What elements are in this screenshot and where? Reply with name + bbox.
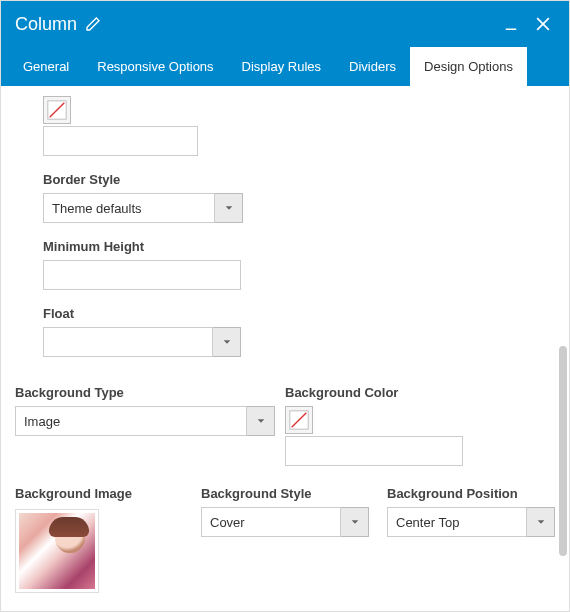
minimum-height-input[interactable]	[43, 260, 241, 290]
label-background-color: Background Color	[285, 385, 535, 400]
content-area: Border Style Theme defaults Minimum Heig…	[1, 86, 569, 611]
label-background-style: Background Style	[201, 486, 369, 501]
tabbar: General Responsive Options Display Rules…	[1, 47, 569, 86]
col-bg-color: Background Color	[285, 385, 555, 466]
background-position-select[interactable]: Center Top	[387, 507, 555, 537]
tab-design-options[interactable]: Design Options	[410, 47, 527, 86]
label-float: Float	[43, 306, 555, 321]
background-type-select[interactable]: Image	[15, 406, 275, 436]
column-settings-modal: Column General Responsive Options Displa…	[0, 0, 570, 612]
chevron-down-icon[interactable]	[213, 327, 241, 357]
background-position-value: Center Top	[387, 507, 527, 537]
edit-title-icon[interactable]	[85, 16, 101, 32]
chevron-down-icon[interactable]	[247, 406, 275, 436]
background-style-select[interactable]: Cover	[201, 507, 369, 537]
col-bg-image: Background Image	[15, 486, 201, 596]
background-row: Background Type Image Background Color	[15, 385, 555, 466]
border-style-value: Theme defaults	[43, 193, 215, 223]
bg-color-swatch[interactable]	[285, 406, 313, 434]
color-swatch-none[interactable]	[43, 96, 71, 124]
tab-display-rules[interactable]: Display Rules	[228, 47, 335, 86]
window-title-text: Column	[15, 14, 77, 35]
float-value	[43, 327, 213, 357]
col-bg-style: Background Style Cover	[201, 486, 387, 596]
float-select[interactable]	[43, 327, 241, 357]
background-detail-row: Background Image Background Style Cover …	[15, 486, 555, 596]
tab-general[interactable]: General	[9, 47, 83, 86]
thumbnail-preview	[19, 513, 95, 589]
label-minimum-height: Minimum Height	[43, 239, 555, 254]
chevron-down-icon[interactable]	[341, 507, 369, 537]
chevron-down-icon[interactable]	[527, 507, 555, 537]
scrollbar-thumb[interactable]	[559, 346, 567, 556]
border-style-select[interactable]: Theme defaults	[43, 193, 243, 223]
close-button[interactable]	[531, 12, 555, 36]
background-image-thumbnail[interactable]	[15, 509, 99, 593]
background-color-input[interactable]	[285, 436, 463, 466]
label-background-type: Background Type	[15, 385, 265, 400]
label-border-style: Border Style	[43, 172, 555, 187]
minimize-button[interactable]	[499, 12, 523, 36]
chevron-down-icon[interactable]	[215, 193, 243, 223]
col-bg-type: Background Type Image	[15, 385, 285, 466]
col-bg-position: Background Position Center Top	[387, 486, 555, 596]
label-background-image: Background Image	[15, 486, 183, 501]
tab-responsive-options[interactable]: Responsive Options	[83, 47, 227, 86]
label-background-position: Background Position	[387, 486, 555, 501]
background-type-value: Image	[15, 406, 247, 436]
tab-dividers[interactable]: Dividers	[335, 47, 410, 86]
indented-fields: Border Style Theme defaults Minimum Heig…	[43, 96, 555, 357]
window-title: Column	[15, 14, 101, 35]
titlebar: Column	[1, 1, 569, 47]
color-value-input[interactable]	[43, 126, 198, 156]
scrollbar-track	[559, 86, 567, 611]
background-style-value: Cover	[201, 507, 341, 537]
